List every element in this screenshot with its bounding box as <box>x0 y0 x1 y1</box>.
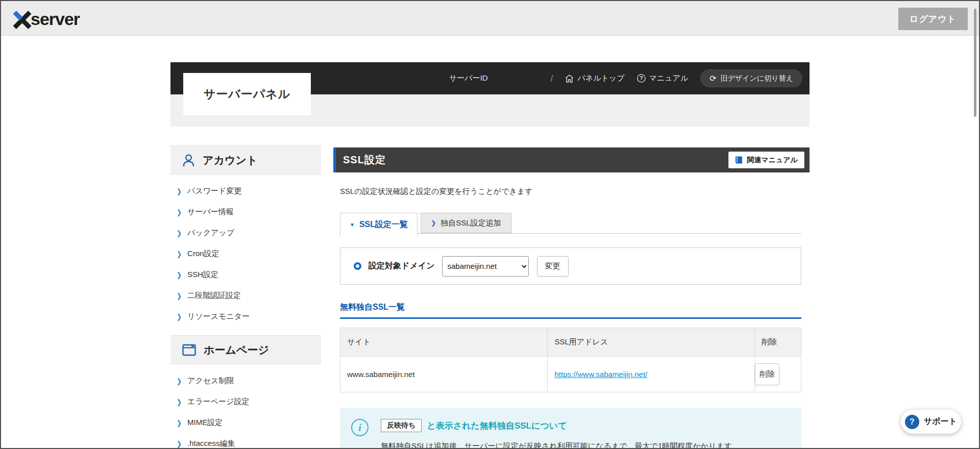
sidebar-item-backup[interactable]: ❯バックアップ <box>176 222 321 243</box>
chevron-right-icon: ❯ <box>177 439 182 447</box>
sidebar-item-htaccess[interactable]: ❯.htaccess編集 <box>176 433 321 449</box>
ssl-url-link[interactable]: https://www.sabameijin.net/ <box>554 370 647 379</box>
page-description: SSLの設定状況確認と設定の変更を行うことができます <box>340 187 801 196</box>
chevron-right-icon: ❯ <box>431 219 436 227</box>
sidebar-section-account[interactable]: アカウント <box>170 145 321 174</box>
chevron-right-icon: ❯ <box>177 208 182 216</box>
top-bar: server ログアウト <box>1 1 979 36</box>
panel-top-link[interactable]: パネルトップ <box>565 73 624 83</box>
page-title: SSL設定 <box>336 153 386 167</box>
column-header-site: サイト <box>340 328 548 357</box>
xserver-logo-text: server <box>31 9 80 29</box>
chevron-right-icon: ❯ <box>177 377 182 385</box>
question-circle-icon: ? <box>637 74 646 83</box>
sidebar-item-error-page[interactable]: ❯エラーページ設定 <box>176 391 321 412</box>
tab-bar: ▼ SSL設定一覧 ❯ 独自SSL設定追加 <box>340 213 801 236</box>
svg-text:?: ? <box>640 76 643 81</box>
change-domain-button[interactable]: 変更 <box>537 256 569 277</box>
sidebar-section-title: ホームページ <box>204 343 269 357</box>
table-header-row: サイト SSL用アドレス 削除 <box>340 328 801 357</box>
homepage-browser-icon <box>182 344 196 356</box>
sidebar-section-homepage[interactable]: ホームページ <box>170 335 321 364</box>
sidebar-item-mime[interactable]: ❯MIME設定 <box>176 412 321 433</box>
free-ssl-list-heading: 無料独自SSL一覧 <box>340 302 801 319</box>
main-content: SSL設定 関連マニュアル SSLの設定状況確認と設定の変更を行うことができます… <box>333 147 810 449</box>
table-row: www.sabameijin.net https://www.sabameiji… <box>340 357 801 392</box>
book-icon <box>735 156 743 164</box>
free-ssl-table: サイト SSL用アドレス 削除 www.sabameijin.net https… <box>340 328 801 392</box>
pending-status-badge: 反映待ち <box>381 419 422 432</box>
delete-cell: 削除 <box>755 357 801 392</box>
banner-nav-bar: サーバーパネル サーバーID / パネルトップ ? マニュアル <box>170 62 810 94</box>
sidebar-item-server-info[interactable]: ❯サーバー情報 <box>176 202 321 222</box>
domain-select[interactable]: sabameijin.net <box>442 256 529 277</box>
column-header-ssl-address: SSL用アドレス <box>548 328 755 357</box>
home-icon <box>565 74 574 83</box>
account-person-icon <box>182 154 195 167</box>
info-icon: i <box>351 419 369 436</box>
chevron-right-icon: ❯ <box>177 187 182 195</box>
target-domain-panel: 設定対象ドメイン sabameijin.net 変更 <box>340 247 801 285</box>
sidebar-section-title: アカウント <box>203 153 257 167</box>
chevron-right-icon: ❯ <box>177 270 182 279</box>
ssl-address-cell: https://www.sabameijin.net/ <box>548 357 755 392</box>
sidebar-homepage-items: ❯アクセス制限 ❯エラーページ設定 ❯MIME設定 ❯.htaccess編集 ❯… <box>170 364 321 449</box>
chevron-right-icon: ❯ <box>177 397 182 406</box>
info-line-1: 無料独自SSLは追加後、サーバーに設定が反映され利用可能になるまで、最大で1時間… <box>381 441 788 449</box>
sidebar-account-items: ❯パスワード変更 ❯サーバー情報 ❯バックアップ ❯Cron設定 ❯SSH設定 … <box>170 174 321 335</box>
sidebar-item-ssh[interactable]: ❯SSH設定 <box>176 264 321 285</box>
tab-add-own-ssl[interactable]: ❯ 独自SSL設定追加 <box>421 213 511 233</box>
target-domain-label: 設定対象ドメイン <box>369 261 435 271</box>
page-header: SSL設定 関連マニュアル <box>333 147 810 172</box>
chevron-down-icon: ▼ <box>350 222 355 228</box>
tab-ssl-settings-list[interactable]: ▼ SSL設定一覧 <box>340 213 418 236</box>
sidebar-item-resource-monitor[interactable]: ❯リソースモニター <box>176 306 321 327</box>
related-manual-button[interactable]: 関連マニュアル <box>728 152 804 168</box>
xserver-logo[interactable]: server <box>14 8 80 29</box>
info-box-title: と表示された無料独自SSLについて <box>427 420 567 432</box>
chevron-right-icon: ❯ <box>177 291 182 300</box>
manual-link[interactable]: ? マニュアル <box>637 73 689 83</box>
vertical-scrollbar-thumb[interactable] <box>974 9 976 117</box>
sidebar-item-two-factor[interactable]: ❯二段階認証設定 <box>176 285 321 306</box>
delete-button[interactable]: 削除 <box>755 363 779 385</box>
logout-button[interactable]: ログアウト <box>898 8 968 30</box>
nav-separator: / <box>550 73 553 84</box>
sidebar: アカウント ❯パスワード変更 ❯サーバー情報 ❯バックアップ ❯Cron設定 ❯… <box>170 145 321 449</box>
xserver-logo-x-icon <box>14 10 30 29</box>
chevron-right-icon: ❯ <box>177 229 182 237</box>
refresh-icon: ⟳ <box>709 74 716 83</box>
server-panel-logo[interactable]: サーバーパネル <box>183 73 311 115</box>
radio-ring-icon <box>354 262 361 270</box>
server-panel-banner: サーバーパネル サーバーID / パネルトップ ? マニュアル <box>170 62 810 127</box>
sidebar-item-access-restriction[interactable]: ❯アクセス制限 <box>176 370 321 391</box>
sidebar-item-password-change[interactable]: ❯パスワード変更 <box>176 181 321 202</box>
sidebar-item-cron[interactable]: ❯Cron設定 <box>176 243 321 264</box>
site-cell: www.sabameijin.net <box>340 357 548 392</box>
support-button[interactable]: ? サポート <box>901 410 961 434</box>
chevron-right-icon: ❯ <box>177 312 182 320</box>
pending-ssl-info-box: i 反映待ち と表示された無料独自SSLについて 無料独自SSLは追加後、サーバ… <box>340 408 801 449</box>
chevron-right-icon: ❯ <box>177 250 182 258</box>
chevron-right-icon: ❯ <box>177 418 182 427</box>
question-circle-icon: ? <box>905 415 919 429</box>
column-header-delete: 削除 <box>755 328 801 357</box>
server-id-label: サーバーID <box>449 62 488 94</box>
switch-to-old-design-button[interactable]: ⟳ 旧デザインに切り替え <box>700 69 802 87</box>
